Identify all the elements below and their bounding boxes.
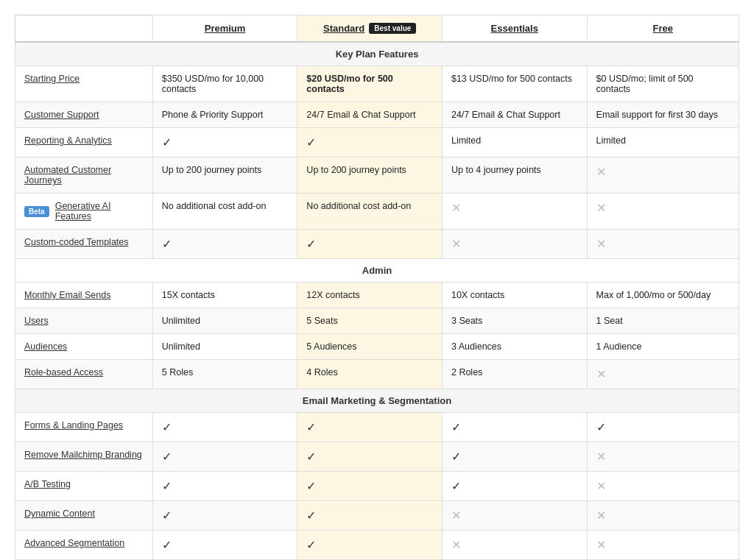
essentials-value: 10X contacts: [442, 283, 587, 308]
table-row: Automated Customer Journeys Up to 200 jo…: [15, 157, 739, 194]
free-value: ✕: [587, 501, 739, 531]
beta-feature-cell: Beta Generative AI Features: [24, 201, 144, 221]
header-standard: Standard Best value: [297, 15, 443, 43]
premium-value: Unlimited: [152, 308, 297, 334]
section-title-2: Email Marketing & Segmentation: [15, 389, 739, 413]
beta-badge: Beta: [24, 206, 49, 217]
free-value: ✕: [587, 360, 739, 389]
free-value: ✕: [587, 194, 739, 230]
table-row: Advanced Segmentation ✓ ✓ ✕ ✕: [15, 531, 739, 560]
standard-value: $20 USD/mo for 500 contacts: [297, 66, 443, 102]
feature-cell: Users: [15, 308, 153, 334]
feature-cell: Customer Support: [15, 102, 153, 128]
feature-cell: Custom-coded Templates: [15, 230, 153, 259]
feature-cell: Reporting & Analytics: [15, 128, 153, 157]
standard-value: No additional cost add-on: [297, 194, 443, 230]
header-premium: Premium: [152, 15, 297, 43]
x-icon: ✕: [596, 539, 606, 551]
essentials-value: ✓: [442, 472, 587, 501]
table-row: A/B Testing ✓ ✓ ✓ ✕: [15, 472, 739, 501]
feature-cell: Starting Price: [15, 66, 153, 102]
free-value: $0 USD/mo; limit of 500 contacts: [587, 66, 739, 102]
section-title-1: Admin: [15, 259, 739, 283]
feature-name-link[interactable]: Forms & Landing Pages: [24, 420, 123, 430]
header-essentials: Essentials: [442, 15, 587, 43]
standard-value: ✓: [297, 472, 443, 501]
essentials-value: 3 Audiences: [442, 334, 587, 360]
feature-name-link[interactable]: Advanced Segmentation: [24, 538, 124, 548]
essentials-value: 3 Seats: [442, 308, 587, 334]
free-value: 1 Seat: [587, 308, 739, 334]
check-icon: ✓: [451, 480, 461, 492]
feature-name-link[interactable]: Custom-coded Templates: [24, 237, 129, 247]
feature-cell: Automated Customer Journeys: [15, 157, 153, 194]
essentials-value: 2 Roles: [442, 360, 587, 389]
feature-cell: Advanced Segmentation: [15, 531, 153, 560]
table-row: Starting Price $350 USD/mo for 10,000 co…: [15, 66, 739, 102]
feature-cell: Beta Generative AI Features: [15, 194, 153, 230]
feature-name-link[interactable]: Customer Support: [24, 110, 99, 120]
table-row: Reporting & Analytics ✓ ✓ Limited Limite…: [15, 128, 739, 157]
essentials-value: ✓: [442, 413, 587, 442]
standard-value: ✓: [297, 531, 443, 560]
essentials-value: Up to 4 journey points: [442, 157, 587, 194]
feature-name-link[interactable]: Audiences: [24, 341, 67, 352]
page-wrapper: Premium Standard Best value Essentials F…: [0, 0, 754, 560]
x-icon: ✕: [596, 166, 606, 178]
free-value: ✓: [587, 413, 739, 442]
check-icon: ✓: [306, 539, 316, 551]
free-value: ✕: [587, 531, 739, 560]
header-free: Free: [587, 15, 739, 43]
standard-value: ✓: [297, 501, 443, 531]
header-row: Premium Standard Best value Essentials F…: [15, 15, 739, 43]
check-icon: ✓: [162, 421, 172, 433]
table-row: Users Unlimited 5 Seats 3 Seats 1 Seat: [15, 308, 739, 334]
premium-value: 5 Roles: [152, 360, 297, 389]
check-icon: ✓: [451, 450, 461, 463]
feature-cell: Role-based Access: [15, 360, 153, 389]
standard-header-labels: Standard Best value: [323, 23, 416, 34]
table-row: Role-based Access 5 Roles 4 Roles 2 Role…: [15, 360, 739, 389]
premium-value: Up to 200 journey points: [152, 157, 297, 194]
premium-value: ✓: [152, 472, 297, 501]
feature-name-link[interactable]: A/B Testing: [24, 479, 71, 489]
check-icon: ✓: [306, 421, 316, 433]
feature-name-link[interactable]: Generative AI Features: [55, 201, 144, 221]
feature-name-link[interactable]: Reporting & Analytics: [24, 135, 112, 146]
table-row: Dynamic Content ✓ ✓ ✕ ✕: [15, 501, 739, 531]
premium-value: Phone & Priority Support: [152, 102, 297, 128]
feature-cell: Remove Mailchimp Branding: [15, 442, 153, 472]
free-value: Email support for first 30 days: [587, 102, 739, 128]
premium-value: ✓: [152, 128, 297, 157]
essentials-value: ✕: [442, 501, 587, 531]
essentials-value: 24/7 Email & Chat Support: [442, 102, 587, 128]
premium-value: ✓: [152, 413, 297, 442]
feature-cell: Monthly Email Sends: [15, 283, 153, 308]
feature-name-link[interactable]: Role-based Access: [24, 367, 103, 378]
essentials-value: $13 USD/mo for 500 contacts: [442, 66, 587, 102]
standard-value: 5 Audiences: [297, 334, 443, 360]
feature-cell: Audiences: [15, 334, 153, 360]
feature-name-link[interactable]: Automated Customer Journeys: [24, 165, 111, 185]
feature-name-link[interactable]: Starting Price: [24, 74, 80, 84]
feature-name-link[interactable]: Remove Mailchimp Branding: [24, 450, 142, 460]
premium-value: Unlimited: [152, 334, 297, 360]
x-icon: ✕: [596, 480, 606, 492]
free-value: Max of 1,000/mo or 500/day: [587, 283, 739, 308]
table-row: Beta Generative AI Features No additiona…: [15, 194, 739, 230]
feature-name-link[interactable]: Dynamic Content: [24, 508, 95, 519]
standard-value: 4 Roles: [297, 360, 443, 389]
feature-name-link[interactable]: Users: [24, 316, 49, 326]
table-row: Forms & Landing Pages ✓ ✓ ✓ ✓: [15, 413, 739, 442]
check-icon: ✓: [162, 136, 172, 149]
section-header-0: Key Plan Features: [15, 42, 739, 66]
free-value: ✕: [587, 442, 739, 472]
feature-name-link[interactable]: Monthly Email Sends: [24, 290, 110, 300]
check-icon: ✓: [162, 450, 172, 463]
x-icon: ✕: [596, 238, 606, 250]
section-header-1: Admin: [15, 259, 739, 283]
check-icon: ✓: [306, 480, 316, 492]
check-icon: ✓: [306, 238, 316, 250]
premium-value: ✓: [152, 531, 297, 560]
section-header-2: Email Marketing & Segmentation: [15, 389, 739, 413]
